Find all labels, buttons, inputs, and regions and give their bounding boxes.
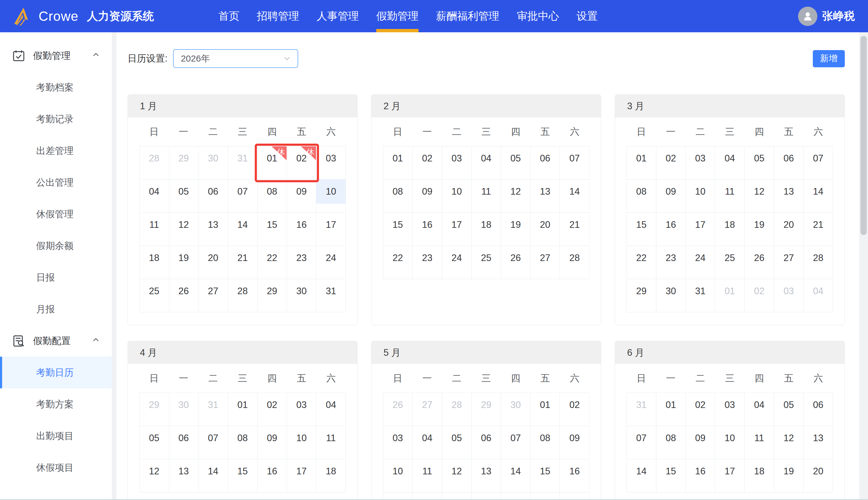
- date-cell[interactable]: 17: [316, 213, 346, 246]
- date-cell[interactable]: 31: [627, 393, 656, 426]
- date-cell[interactable]: 26: [169, 279, 199, 312]
- date-cell[interactable]: 28: [804, 246, 833, 279]
- date-cell[interactable]: 13: [471, 459, 501, 492]
- sidebar-item[interactable]: 出勤项目: [0, 420, 112, 452]
- date-cell[interactable]: 01: [531, 393, 560, 426]
- sidebar-item[interactable]: 考勤方案: [0, 388, 112, 420]
- date-cell[interactable]: 25: [715, 246, 745, 279]
- chevron-up-icon[interactable]: [91, 335, 101, 347]
- date-cell[interactable]: 27: [198, 279, 228, 312]
- date-cell[interactable]: 23: [656, 246, 686, 279]
- date-cell[interactable]: 24: [442, 246, 471, 279]
- date-cell[interactable]: 22: [627, 246, 656, 279]
- nav-tab-active[interactable]: 假勤管理: [367, 0, 427, 32]
- date-cell[interactable]: 13: [774, 180, 804, 213]
- date-cell[interactable]: 03: [774, 279, 804, 312]
- date-cell[interactable]: 14: [804, 180, 833, 213]
- sidebar-group-header[interactable]: 假勤管理: [0, 40, 112, 71]
- sidebar-item-attendance-calendar-active[interactable]: 考勤日历: [0, 357, 112, 388]
- date-cell[interactable]: 06: [804, 393, 833, 426]
- date-cell[interactable]: 01: [656, 393, 686, 426]
- date-cell[interactable]: 19: [169, 246, 199, 279]
- date-cell[interactable]: 19: [745, 213, 774, 246]
- date-cell[interactable]: 27: [413, 393, 442, 426]
- date-cell[interactable]: 13: [198, 213, 228, 246]
- date-cell[interactable]: 09: [413, 180, 442, 213]
- date-cell[interactable]: 20: [774, 213, 804, 246]
- date-cell[interactable]: 08: [257, 180, 287, 213]
- date-cell[interactable]: 07: [501, 426, 531, 459]
- date-cell[interactable]: 10: [287, 426, 317, 459]
- date-cell[interactable]: 11: [413, 459, 442, 492]
- date-cell[interactable]: 20: [804, 459, 833, 492]
- date-cell[interactable]: 30: [169, 393, 199, 426]
- date-cell[interactable]: 26: [383, 393, 413, 426]
- date-cell[interactable]: 30: [198, 146, 228, 180]
- date-cell[interactable]: 21: [560, 213, 589, 246]
- date-cell[interactable]: 13: [531, 180, 560, 213]
- sidebar-item[interactable]: 月报: [0, 293, 112, 325]
- date-cell[interactable]: 03: [685, 146, 715, 180]
- date-cell[interactable]: 01: [715, 279, 745, 312]
- date-cell[interactable]: 09: [257, 426, 287, 459]
- date-cell[interactable]: 08: [627, 180, 656, 213]
- date-cell[interactable]: 22: [383, 246, 413, 279]
- date-cell[interactable]: 04: [715, 146, 745, 180]
- date-cell[interactable]: 07: [804, 146, 833, 180]
- date-cell[interactable]: 18: [413, 492, 442, 500]
- date-cell[interactable]: 16: [656, 213, 686, 246]
- date-cell[interactable]: 15: [383, 213, 413, 246]
- date-cell[interactable]: 21: [228, 246, 257, 279]
- date-cell[interactable]: 10: [685, 180, 715, 213]
- date-cell[interactable]: 23: [560, 492, 589, 500]
- date-cell[interactable]: 11: [715, 180, 745, 213]
- date-cell[interactable]: 03: [383, 426, 413, 459]
- date-cell[interactable]: 09: [656, 180, 686, 213]
- date-cell[interactable]: 30: [656, 279, 686, 312]
- date-cell[interactable]: 17: [383, 492, 413, 500]
- sidebar-group-header[interactable]: 假勤配置: [0, 325, 112, 357]
- add-button[interactable]: 新增: [813, 50, 845, 67]
- date-cell[interactable]: 05: [501, 146, 531, 180]
- sidebar-item[interactable]: 假期余额: [0, 230, 112, 262]
- date-cell[interactable]: 06: [531, 146, 560, 180]
- date-cell[interactable]: 26: [501, 246, 531, 279]
- date-cell[interactable]: 29: [627, 279, 656, 312]
- date-cell[interactable]: 04: [140, 180, 169, 213]
- date-cell[interactable]: 11: [316, 426, 346, 459]
- user-area[interactable]: 张峥税: [798, 7, 855, 26]
- sidebar-item[interactable]: 公出管理: [0, 167, 112, 198]
- date-cell[interactable]: 19: [442, 492, 471, 500]
- date-cell[interactable]: 10: [383, 459, 413, 492]
- date-cell[interactable]: 20: [198, 246, 228, 279]
- sidebar-scrollbar[interactable]: [112, 32, 116, 500]
- nav-tab[interactable]: 设置: [568, 0, 606, 32]
- date-cell[interactable]: 30: [287, 279, 317, 312]
- date-cell[interactable]: 07: [228, 180, 257, 213]
- date-cell[interactable]: 03: [287, 393, 317, 426]
- date-cell[interactable]: 20: [471, 492, 501, 500]
- date-cell[interactable]: 28: [442, 393, 471, 426]
- date-cell[interactable]: 17: [685, 213, 715, 246]
- date-cell[interactable]: 18: [316, 459, 346, 492]
- date-cell[interactable]: 01: [383, 146, 413, 180]
- date-cell[interactable]: 02: [413, 146, 442, 180]
- date-cell[interactable]: 12: [774, 426, 804, 459]
- date-cell[interactable]: 17: [287, 459, 317, 492]
- vertical-scrollbar[interactable]: [859, 32, 868, 500]
- date-cell[interactable]: 07: [560, 146, 589, 180]
- date-cell[interactable]: 21: [501, 492, 531, 500]
- date-cell[interactable]: 16: [560, 459, 589, 492]
- date-cell[interactable]: 07: [198, 426, 228, 459]
- date-cell[interactable]: 23: [413, 246, 442, 279]
- date-cell[interactable]: 31: [228, 146, 257, 180]
- date-cell[interactable]: 26: [745, 246, 774, 279]
- date-cell[interactable]: 13: [804, 426, 833, 459]
- date-cell[interactable]: 19: [774, 459, 804, 492]
- date-cell[interactable]: 28: [140, 146, 169, 180]
- date-cell[interactable]: 05: [140, 426, 169, 459]
- date-cell[interactable]: 14: [627, 459, 656, 492]
- date-cell[interactable]: 02: [656, 146, 686, 180]
- date-cell[interactable]: 27: [774, 246, 804, 279]
- date-cell[interactable]: 23: [287, 246, 317, 279]
